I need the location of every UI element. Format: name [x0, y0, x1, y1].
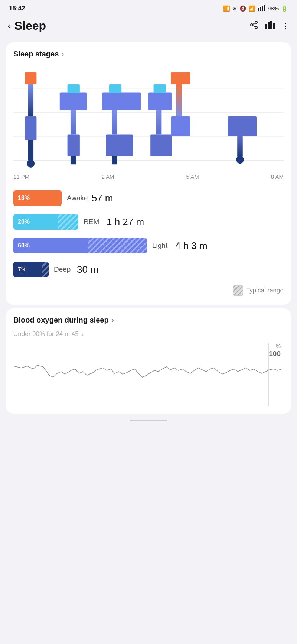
stage-row-deep: 7% Deep 30 m: [13, 262, 284, 277]
rem-label: REM: [84, 218, 103, 226]
svg-rect-36: [171, 72, 190, 84]
svg-rect-23: [68, 84, 80, 93]
bluetooth-icon2: ∗: [232, 5, 237, 12]
time-axis: 11 PM 2 AM 5 AM 8 AM: [13, 172, 284, 186]
page-title: Sleep: [14, 19, 46, 33]
back-button[interactable]: ‹: [7, 20, 11, 32]
svg-rect-12: [273, 23, 275, 29]
svg-rect-25: [68, 134, 80, 156]
svg-rect-11: [270, 21, 272, 29]
svg-rect-9: [265, 24, 267, 29]
battery-icon: 🔋: [281, 5, 288, 12]
svg-rect-2: [262, 6, 263, 11]
svg-rect-24: [71, 110, 76, 135]
time-label-8am: 8 AM: [271, 174, 284, 180]
light-bar: 60%: [13, 238, 147, 253]
svg-line-7: [253, 25, 255, 27]
wifi-icon: 📶: [249, 5, 256, 12]
light-percent: 60%: [18, 242, 30, 249]
svg-rect-18: [28, 84, 34, 116]
deep-duration: 30 m: [77, 264, 98, 275]
rem-duration: 1 h 27 m: [107, 216, 144, 228]
chart-y-label: %: [276, 343, 281, 349]
blood-oxygen-chevron: ›: [112, 316, 114, 324]
scroll-indicator: [130, 420, 167, 421]
signal-icon: [258, 4, 265, 12]
svg-line-8: [253, 23, 255, 24]
sleep-stages-chevron: ›: [62, 50, 64, 58]
svg-rect-22: [60, 92, 87, 110]
status-icons: 📶 ∗ 🔇 📶 98% 🔋: [223, 4, 288, 12]
svg-rect-27: [102, 92, 141, 110]
sleep-stages-list: 13% Awake 57 m 20% REM 1 h 27 m 60%: [13, 190, 284, 277]
awake-bar: 13%: [13, 190, 62, 206]
light-duration: 4 h 3 m: [175, 240, 208, 252]
svg-rect-26: [71, 156, 76, 165]
svg-rect-32: [148, 92, 172, 110]
svg-rect-19: [25, 116, 36, 140]
svg-rect-30: [106, 134, 133, 156]
rem-percent: 20%: [18, 219, 30, 225]
rem-hatch: [58, 214, 78, 230]
stage-row-awake: 13% Awake 57 m: [13, 190, 284, 206]
blood-oxygen-title[interactable]: Blood oxygen during sleep ›: [13, 316, 284, 324]
awake-label: Awake: [67, 194, 88, 202]
awake-bar-wrap: 13%: [13, 190, 62, 206]
sleep-chart: [13, 64, 284, 168]
blood-oxygen-card: Blood oxygen during sleep › Under 90% fo…: [6, 308, 291, 414]
svg-rect-3: [264, 5, 265, 11]
deep-bar: 7%: [13, 262, 49, 277]
more-icon[interactable]: ⋮: [281, 21, 290, 31]
header-right: ⋮: [249, 20, 290, 32]
sleep-stages-card: Sleep stages ›: [6, 42, 291, 305]
stage-row-light: 60% Light 4 h 3 m: [13, 238, 284, 253]
svg-rect-1: [260, 7, 261, 11]
header-left: ‹ Sleep: [7, 19, 46, 33]
page-header: ‹ Sleep ⋮: [0, 15, 297, 39]
typical-range-label: Typical range: [246, 287, 284, 294]
svg-rect-37: [176, 84, 182, 116]
svg-rect-40: [237, 136, 243, 156]
svg-point-21: [27, 159, 35, 168]
svg-point-41: [236, 156, 244, 164]
deep-label: Deep: [54, 265, 73, 274]
status-time: 15:42: [9, 5, 25, 12]
svg-rect-10: [268, 22, 270, 29]
awake-percent: 13%: [18, 195, 30, 201]
typical-range-icon: [233, 285, 243, 296]
sleep-stages-title[interactable]: Sleep stages ›: [13, 50, 284, 58]
rem-bar-wrap: 20%: [13, 214, 78, 230]
mute-icon: 🔇: [239, 5, 247, 12]
deep-hatch: [42, 262, 49, 277]
stage-row-rem: 20% REM 1 h 27 m: [13, 214, 284, 230]
light-label: Light: [152, 242, 172, 250]
svg-rect-39: [228, 116, 257, 136]
time-label-11pm: 11 PM: [13, 174, 29, 180]
light-hatch: [88, 238, 147, 253]
time-label-5am: 5 AM: [186, 174, 199, 180]
svg-rect-28: [109, 84, 121, 93]
chart-y-value: 100: [269, 350, 281, 358]
svg-rect-35: [150, 134, 172, 156]
time-label-2am: 2 AM: [101, 174, 114, 180]
blood-oxygen-subtitle: Under 90% for 24 m 45 s: [13, 330, 284, 338]
svg-rect-38: [171, 116, 190, 136]
svg-rect-31: [112, 156, 117, 165]
svg-rect-33: [154, 84, 166, 93]
status-bar: 15:42 📶 ∗ 🔇 📶 98% 🔋: [0, 0, 297, 15]
svg-rect-0: [258, 8, 259, 11]
rem-bar: 20%: [13, 214, 78, 230]
deep-percent: 7%: [18, 266, 26, 273]
share-icon[interactable]: [249, 20, 258, 32]
battery-percent: 98%: [268, 5, 279, 12]
typical-range-row: Typical range: [13, 285, 284, 296]
svg-rect-29: [112, 110, 117, 135]
chart-icon[interactable]: [265, 21, 275, 31]
deep-bar-wrap: 7%: [13, 262, 49, 277]
svg-rect-17: [25, 72, 36, 84]
bluetooth-icon: 📶: [223, 5, 230, 12]
svg-rect-34: [156, 110, 162, 135]
blood-oxygen-chart: % 100: [13, 343, 284, 406]
awake-duration: 57 m: [92, 192, 113, 204]
svg-rect-20: [28, 140, 34, 161]
